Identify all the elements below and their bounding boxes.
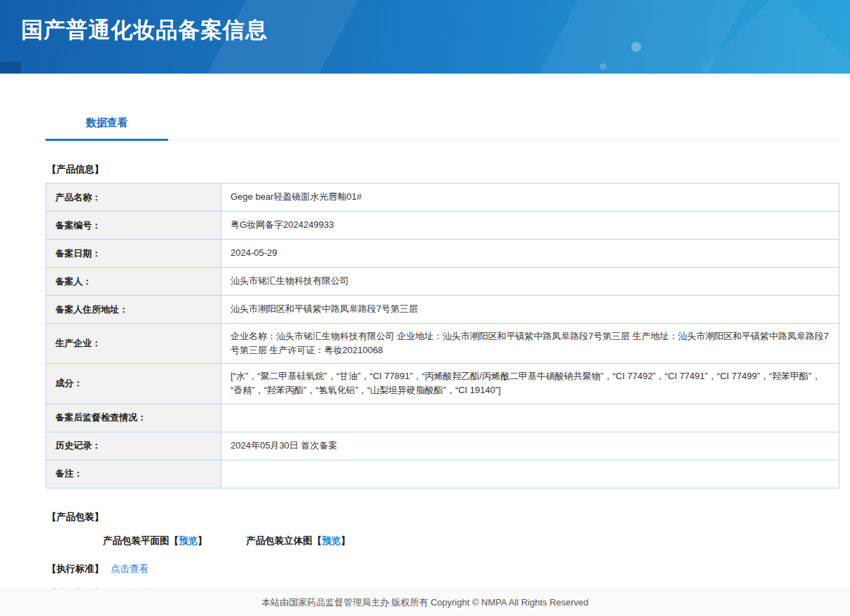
row-value: 2024-05-29 bbox=[221, 240, 839, 268]
row-value: 2024年05月30日 首次备案 bbox=[221, 432, 839, 460]
section-title-product-info: 【产品信息】 bbox=[47, 163, 839, 176]
row-label: 产品名称： bbox=[46, 184, 221, 212]
table-row: 产品名称： Gege bear轻盈镜面水光唇釉01# bbox=[46, 184, 839, 212]
exec-standard-link[interactable]: 点击查看 bbox=[111, 563, 149, 575]
row-value: 汕头市铭汇生物科技有限公司 bbox=[221, 268, 839, 296]
row-value: 粤G妆网备字2024249933 bbox=[221, 212, 839, 240]
row-value: 企业名称：汕头市铭汇生物科技有限公司 企业地址：汕头市潮阳区和平镇紫中路凤皋路段… bbox=[221, 324, 839, 364]
exec-standard-row: 【执行标准】 点击查看 bbox=[47, 547, 839, 575]
header-decoration-dot bbox=[600, 63, 606, 69]
exec-standard-label: 【执行标准】 bbox=[47, 563, 104, 575]
main-content: 数据查看 【产品信息】 产品名称： Gege bear轻盈镜面水光唇釉01# 备… bbox=[0, 74, 850, 600]
row-value: [“水”，“聚二甲基硅氧烷”，“甘油”，“CI 77891”，“丙烯酸羟乙酯/丙… bbox=[221, 364, 839, 404]
row-value bbox=[221, 404, 839, 432]
row-label: 备案人： bbox=[46, 268, 221, 296]
row-label: 生产企业： bbox=[46, 324, 221, 364]
table-row: 备案后监督检查情况： bbox=[46, 404, 839, 432]
packaging-row: 产品包装平面图【预览】 产品包装立体图【预览】 bbox=[103, 535, 839, 547]
table-row: 备注： bbox=[46, 460, 839, 488]
header-decoration-band bbox=[522, 0, 758, 74]
header-decoration-dot bbox=[631, 42, 641, 52]
packaging-item-label-suffix: 】 bbox=[341, 535, 350, 546]
table-row: 生产企业： 企业名称：汕头市铭汇生物科技有限公司 企业地址：汕头市潮阳区和平镇紫… bbox=[46, 324, 839, 364]
row-label: 备案人住所地址： bbox=[46, 296, 221, 324]
row-label: 备案日期： bbox=[46, 240, 221, 268]
page-header: 国产普通化妆品备案信息 bbox=[0, 0, 850, 74]
tab-data-view[interactable]: 数据查看 bbox=[46, 110, 168, 141]
row-label: 备案后监督检查情况： bbox=[46, 404, 221, 432]
packaging-item-label: 产品包装平面图【 bbox=[103, 535, 179, 546]
section-title-packaging: 【产品包装】 bbox=[47, 511, 839, 523]
table-row: 成分： [“水”，“聚二甲基硅氧烷”，“甘油”，“CI 77891”，“丙烯酸羟… bbox=[46, 364, 839, 404]
page: 国产普通化妆品备案信息 数据查看 【产品信息】 产品名称： Gege bear轻… bbox=[0, 0, 850, 616]
row-label: 成分： bbox=[46, 364, 221, 404]
row-value: Gege bear轻盈镜面水光唇釉01# bbox=[221, 184, 839, 212]
preview-link-stereo[interactable]: 预览 bbox=[322, 535, 341, 546]
packaging-item-label: 产品包装立体图【 bbox=[246, 535, 322, 546]
packaging-item-stereo: 产品包装立体图【预览】 bbox=[246, 535, 350, 546]
header-decoration-band bbox=[701, 0, 850, 74]
packaging-item-label-suffix: 】 bbox=[198, 535, 207, 546]
footer-text: 本站由国家药品监督管理局主办 版权所有 Copyright © NMPA All… bbox=[261, 597, 589, 608]
tab-bar: 数据查看 bbox=[46, 110, 839, 141]
product-info-table: 产品名称： Gege bear轻盈镜面水光唇釉01# 备案编号： 粤G妆网备字2… bbox=[46, 183, 839, 488]
row-label: 备注： bbox=[46, 460, 221, 488]
preview-link-flat[interactable]: 预览 bbox=[179, 535, 198, 546]
row-value: 汕头市潮阳区和平镇紫中路凤皋路段7号第三层 bbox=[221, 296, 839, 324]
table-row: 历史记录： 2024年05月30日 首次备案 bbox=[46, 432, 839, 460]
table-row: 备案编号： 粤G妆网备字2024249933 bbox=[46, 212, 839, 240]
header-decoration-corner bbox=[0, 62, 21, 74]
table-row: 备案日期： 2024-05-29 bbox=[46, 240, 839, 268]
row-value bbox=[221, 460, 839, 488]
table-row: 备案人： 汕头市铭汇生物科技有限公司 bbox=[46, 268, 839, 296]
row-label: 历史记录： bbox=[46, 432, 221, 460]
page-footer: 本站由国家药品监督管理局主办 版权所有 Copyright © NMPA All… bbox=[0, 589, 850, 616]
page-title: 国产普通化妆品备案信息 bbox=[21, 15, 268, 45]
table-row: 备案人住所地址： 汕头市潮阳区和平镇紫中路凤皋路段7号第三层 bbox=[46, 296, 839, 324]
row-label: 备案编号： bbox=[46, 212, 221, 240]
packaging-item-flat: 产品包装平面图【预览】 bbox=[103, 535, 207, 546]
